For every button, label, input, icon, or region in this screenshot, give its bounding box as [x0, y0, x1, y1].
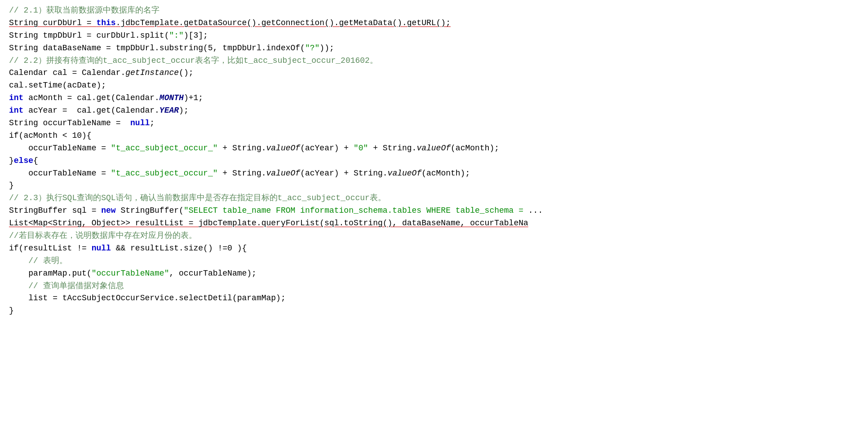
- code-line: }: [9, 305, 859, 317]
- code-line: List<Map<String, Object>> resultList = j…: [9, 217, 859, 230]
- code-line: // 表明。: [9, 255, 859, 268]
- code-line: if(resultList != null && resultList.size…: [9, 242, 859, 255]
- code-line: StringBuffer sql = new StringBuffer("SEL…: [9, 205, 859, 217]
- code-line: // 2.3）执行SQL查询的SQL语句，确认当前数据库中是否存在指定目标的t_…: [9, 192, 859, 205]
- code-line: occurTableName = "t_acc_subject_occur_" …: [9, 142, 859, 155]
- code-line: // 查询单据借据对象信息: [9, 280, 859, 293]
- code-line: }: [9, 180, 859, 192]
- code-line: String occurTableName = null;: [9, 117, 859, 130]
- code-line: paramMap.put("occurTableName", occurTabl…: [9, 268, 859, 280]
- code-line: //若目标表存在，说明数据库中存在对应月份的表。: [9, 230, 859, 242]
- code-line: cal.setTime(acDate);: [9, 79, 859, 92]
- code-line: String curDbUrl = this.jdbcTemplate.getD…: [9, 17, 859, 30]
- code-line: }else{: [9, 155, 859, 167]
- code-line: String tmpDbUrl = curDbUrl.split(":")[3]…: [9, 30, 859, 42]
- code-line: Calendar cal = Calendar.getInstance();: [9, 67, 859, 79]
- code-editor: // 2.1）获取当前数据源中数据库的名字String curDbUrl = t…: [0, 0, 868, 421]
- code-line: int acYear = cal.get(Calendar.YEAR);: [9, 105, 859, 117]
- code-line: list = tAccSubjectOccurService.selectDet…: [9, 292, 859, 305]
- code-line: String dataBaseName = tmpDbUrl.substring…: [9, 42, 859, 55]
- code-line: occurTableName = "t_acc_subject_occur_" …: [9, 167, 859, 180]
- code-line: if(acMonth < 10){: [9, 130, 859, 142]
- code-line: int acMonth = cal.get(Calendar.MONTH)+1;: [9, 92, 859, 105]
- code-line: // 2.1）获取当前数据源中数据库的名字: [9, 4, 859, 17]
- code-line: // 2.2）拼接有待查询的t_acc_subject_occur表名字，比如t…: [9, 55, 859, 67]
